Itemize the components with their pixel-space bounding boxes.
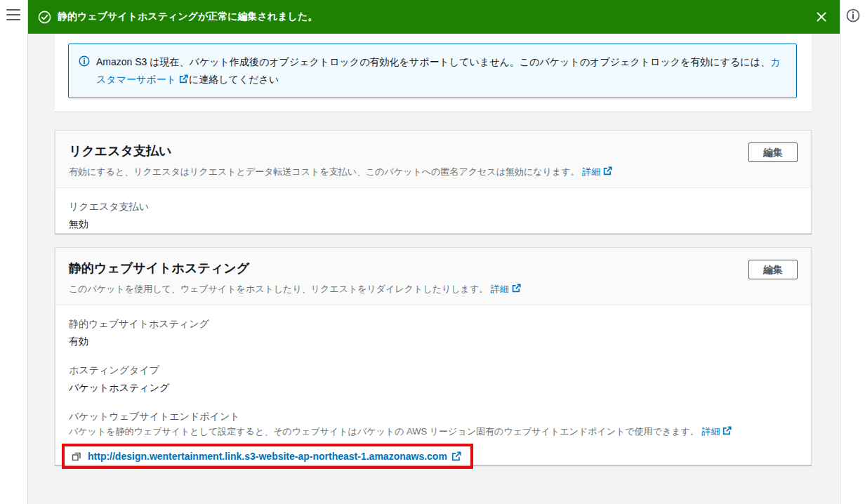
field-label: バケットウェブサイトエンドポイント <box>69 410 798 423</box>
hosting-type-field: ホスティングタイプ バケットホスティング <box>69 364 798 394</box>
external-link-icon <box>722 426 732 435</box>
info-circle-icon[interactable] <box>846 8 860 22</box>
learn-more-link[interactable]: 詳細 <box>582 166 600 177</box>
red-highlight-annotation: http://design.wentertainment.link.s3-web… <box>62 444 473 469</box>
requester-pays-card: リクエスタ支払い 編集 有効にすると、リクエスタはリクエストとデータ転送コストを… <box>55 130 812 234</box>
left-nav-rail <box>0 0 28 504</box>
external-link-icon <box>603 166 612 175</box>
external-link-icon <box>451 451 461 461</box>
requester-pays-description: 有効にすると、リクエスタはリクエストとデータ転送コストを支払い、このバケットへの… <box>69 166 798 178</box>
object-lock-section: Amazon S3 は現在、バケット作成後のオブジェクトロックの有効化をサポート… <box>55 34 812 112</box>
success-flashbar: 静的ウェブサイトホスティングが正常に編集されました。 <box>28 0 840 34</box>
alert-text-before-link: Amazon S3 は現在、バケット作成後のオブジェクトロックの有効化をサポート… <box>96 56 770 67</box>
info-circle-icon <box>79 55 90 67</box>
requester-pays-edit-button[interactable]: 編集 <box>748 142 798 162</box>
help-panel-rail <box>840 0 865 504</box>
requester-pays-title: リクエスタ支払い <box>69 142 172 159</box>
field-value: 有効 <box>69 335 798 347</box>
requester-pays-header: リクエスタ支払い 編集 有効にすると、リクエスタはリクエストとデータ転送コストを… <box>55 131 811 188</box>
info-alert: Amazon S3 は現在、バケット作成後のオブジェクトロックの有効化をサポート… <box>68 44 797 98</box>
copy-icon[interactable] <box>71 451 82 462</box>
learn-more-link[interactable]: 詳細 <box>701 426 720 437</box>
field-value: 無効 <box>69 218 798 230</box>
alert-text: Amazon S3 は現在、バケット作成後のオブジェクトロックの有効化をサポート… <box>96 53 785 88</box>
static-website-hosting-title: 静的ウェブサイトホスティング <box>69 260 249 277</box>
flashbar-message: 静的ウェブサイトホスティングが正常に編集されました。 <box>58 11 317 23</box>
field-label: リクエスタ支払い <box>69 200 798 213</box>
main-content-area: Amazon S3 は現在、バケット作成後のオブジェクトロックの有効化をサポート… <box>28 34 840 504</box>
endpoint-description: バケットを静的ウェブサイトとして設定すると、そのウェブサイトはバケットの AWS… <box>69 425 798 437</box>
hosting-status-field: 静的ウェブサイトホスティング 有効 <box>69 317 798 347</box>
static-website-hosting-card: 静的ウェブサイトホスティング 編集 このバケットを使用して、ウェブサイトをホスト… <box>55 247 812 465</box>
requester-pays-field: リクエスタ支払い 無効 <box>69 200 798 230</box>
close-icon[interactable] <box>816 11 827 22</box>
learn-more-link[interactable]: 詳細 <box>491 284 509 294</box>
website-endpoint-field: バケットウェブサイトエンドポイント バケットを静的ウェブサイトとして設定すると、… <box>69 410 798 469</box>
website-endpoint-link[interactable]: http://design.wentertainment.link.s3-web… <box>88 451 447 462</box>
external-link-icon <box>179 74 188 84</box>
external-link-icon <box>512 284 521 293</box>
field-label: 静的ウェブサイトホスティング <box>69 317 798 330</box>
hamburger-menu-icon[interactable] <box>6 9 20 22</box>
static-website-hosting-description: このバケットを使用して、ウェブサイトをホストしたり、リクエストをリダイレクトした… <box>69 283 798 296</box>
alert-text-after-link: に連絡してください <box>189 74 279 85</box>
check-circle-icon <box>38 11 51 24</box>
static-website-hosting-edit-button[interactable]: 編集 <box>748 260 798 279</box>
field-value: バケットホスティング <box>69 381 798 394</box>
field-label: ホスティングタイプ <box>69 364 798 376</box>
static-website-hosting-header: 静的ウェブサイトホスティング 編集 このバケットを使用して、ウェブサイトをホスト… <box>55 248 811 305</box>
